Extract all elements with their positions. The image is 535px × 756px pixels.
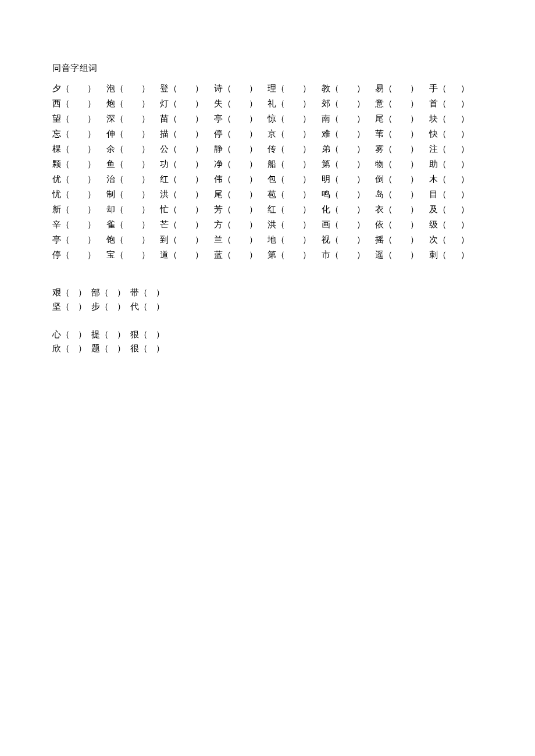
bottom-item: 带（） xyxy=(130,286,165,299)
character: 颗 xyxy=(52,159,61,170)
paren-close: ） xyxy=(410,219,419,230)
character: 辛 xyxy=(52,219,61,230)
character: 次 xyxy=(429,234,438,245)
character: 治 xyxy=(106,174,115,185)
grid-cell: 炮（） xyxy=(106,96,160,111)
grid-cell: 亭（） xyxy=(52,232,106,247)
character: 坚 xyxy=(52,302,61,311)
character: 第 xyxy=(268,249,276,261)
paren-close: ） xyxy=(356,98,365,109)
paren-open: （ xyxy=(384,190,393,199)
paren-open: （ xyxy=(384,250,393,259)
paren-open: （ xyxy=(169,205,177,214)
character: 视 xyxy=(322,234,330,245)
paren-close: ） xyxy=(156,288,165,297)
paren-open: （ xyxy=(115,114,124,123)
grid-cell: 洪（） xyxy=(160,187,214,202)
character: 难 xyxy=(322,129,330,140)
grid-row: 亭（）饱（）到（）兰（）地（）视（）摇（）次（） xyxy=(52,232,483,247)
paren-close: ） xyxy=(78,302,87,311)
grid-cell: 京（） xyxy=(268,126,322,141)
paren-close: ） xyxy=(78,288,87,297)
grid-cell: 注（） xyxy=(429,141,483,156)
paren-close: ） xyxy=(78,344,87,353)
paren-open: （ xyxy=(276,235,285,244)
paren-close: ） xyxy=(195,144,204,155)
character: 却 xyxy=(106,204,115,215)
paren-close: ） xyxy=(195,189,204,200)
grid-row: 优（）治（）红（）伟（）包（）明（）倒（）木（） xyxy=(52,172,483,187)
grid-cell: 雾（） xyxy=(375,141,429,156)
paren-close: ） xyxy=(461,98,469,109)
paren-close: ） xyxy=(356,234,365,245)
grid-cell: 停（） xyxy=(214,126,268,141)
grid-row: 西（）炮（）灯（）失（）礼（）郊（）意（）首（） xyxy=(52,96,483,111)
grid-cell: 教（） xyxy=(322,81,376,96)
grid-cell: 弟（） xyxy=(322,141,376,156)
character: 带 xyxy=(130,288,139,297)
character: 净 xyxy=(214,159,223,170)
paren-close: ） xyxy=(87,219,96,230)
character: 地 xyxy=(268,234,276,245)
character: 亭 xyxy=(214,113,223,124)
character: 部 xyxy=(91,288,100,297)
grid-cell: 助（） xyxy=(429,156,483,172)
character: 块 xyxy=(429,113,438,124)
paren-open: （ xyxy=(61,302,70,311)
paren-open: （ xyxy=(115,129,124,138)
paren-open: （ xyxy=(276,84,285,93)
character: 功 xyxy=(160,159,169,170)
character: 第 xyxy=(322,159,330,170)
paren-close: ） xyxy=(356,189,365,200)
paren-close: ） xyxy=(249,159,258,170)
grid-cell: 忘（） xyxy=(52,126,106,141)
character: 目 xyxy=(429,189,438,200)
grid-row: 辛（）雀（）芒（）方（）洪（）画（）依（）级（） xyxy=(52,217,483,232)
character: 棵 xyxy=(52,144,61,155)
grid-row: 忧（）制（）洪（）尾（）苞（）鸣（）岛（）目（） xyxy=(52,187,483,202)
character: 明 xyxy=(322,174,330,185)
grid-cell: 宝（） xyxy=(106,247,160,262)
paren-close: ） xyxy=(117,302,126,311)
grid-cell: 忙（） xyxy=(160,202,214,217)
paren-open: （ xyxy=(438,144,447,154)
grid-cell: 礼（） xyxy=(268,96,322,111)
bottom-row: 心（）提（）狠（） xyxy=(52,327,483,341)
paren-close: ） xyxy=(87,234,96,245)
character: 理 xyxy=(268,83,276,94)
character: 代 xyxy=(130,302,139,311)
grid-cell: 依（） xyxy=(375,217,429,232)
paren-close: ） xyxy=(461,144,469,155)
character: 登 xyxy=(160,83,169,94)
paren-close: ） xyxy=(302,189,311,200)
bottom-item: 狠（） xyxy=(130,327,165,341)
paren-open: （ xyxy=(438,114,447,123)
paren-open: （ xyxy=(438,99,447,108)
character: 望 xyxy=(52,113,61,124)
paren-open: （ xyxy=(169,114,177,123)
paren-close: ） xyxy=(356,83,365,94)
paren-open: （ xyxy=(330,220,339,229)
paren-open: （ xyxy=(438,84,447,93)
paren-open: （ xyxy=(384,159,393,169)
grid-cell: 伸（） xyxy=(106,126,160,141)
paren-close: ） xyxy=(195,159,204,170)
character: 木 xyxy=(429,174,438,185)
grid-row: 新（）却（）忙（）芳（）红（）化（）衣（）及（） xyxy=(52,202,483,217)
paren-open: （ xyxy=(61,288,70,297)
paren-close: ） xyxy=(249,204,258,215)
homophone-grid: 夕（）泡（）登（）诗（）理（）教（）易（）手（）西（）炮（）灯（）失（）礼（）郊… xyxy=(52,81,483,262)
paren-open: （ xyxy=(61,84,70,93)
character: 鱼 xyxy=(106,159,115,170)
character: 失 xyxy=(214,98,223,109)
character: 惊 xyxy=(268,113,276,124)
paren-open: （ xyxy=(115,99,124,108)
character: 京 xyxy=(268,129,276,140)
character: 忧 xyxy=(52,189,61,200)
paren-close: ） xyxy=(141,174,150,185)
paren-open: （ xyxy=(384,235,393,244)
character: 到 xyxy=(160,234,169,245)
paren-close: ） xyxy=(117,330,126,339)
paren-open: （ xyxy=(115,190,124,199)
grid-cell: 灯（） xyxy=(160,96,214,111)
